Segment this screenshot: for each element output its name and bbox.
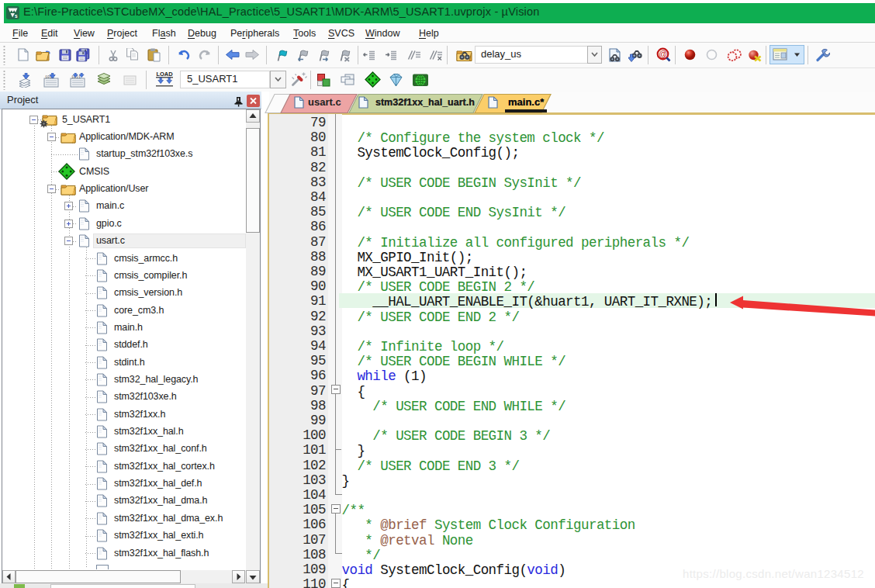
svg-text:@: @ bbox=[659, 49, 666, 58]
svg-text:s: s bbox=[15, 13, 18, 19]
svg-text:LOAD: LOAD bbox=[156, 71, 173, 78]
